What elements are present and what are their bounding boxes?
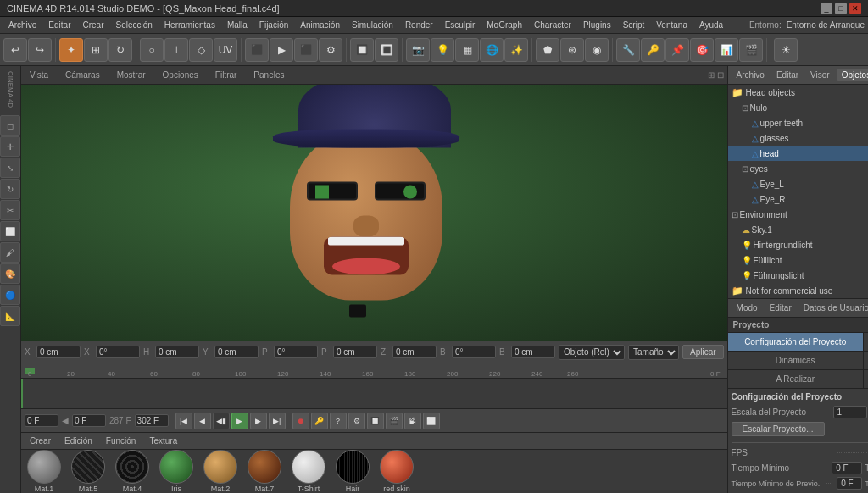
menu-render[interactable]: Render xyxy=(400,19,438,31)
menu-simulacion[interactable]: Simulación xyxy=(347,19,398,31)
snap2-button[interactable]: 🔳 xyxy=(375,38,398,62)
measure-tool[interactable]: 📐 xyxy=(0,306,20,326)
list-item-eye-l[interactable]: △ Eye_L ✓ ⚙ xyxy=(728,176,868,191)
tmin-input[interactable] xyxy=(832,462,862,474)
close-button[interactable]: ✕ xyxy=(849,3,861,14)
scale-button[interactable]: ⊞ xyxy=(84,38,108,62)
material-item-iris[interactable]: Iris xyxy=(157,450,196,493)
list-item-eye-r[interactable]: △ Eye_R ✓ ⚙ xyxy=(728,191,868,207)
list-item-eyes[interactable]: ⊡ eyes ✓ xyxy=(728,161,868,176)
mat-tab-edicion[interactable]: Edición xyxy=(59,435,97,447)
light-button[interactable]: 💡 xyxy=(431,38,454,62)
paint-tool[interactable]: 🎨 xyxy=(0,263,20,284)
next-frame-button[interactable]: ▶ xyxy=(250,413,267,429)
y-input[interactable] xyxy=(214,346,259,358)
tab-vista[interactable]: Vista xyxy=(25,69,53,81)
prev-frame-button[interactable]: ◀ xyxy=(194,413,211,429)
list-item-upper-teeth[interactable]: △ upper teeth ✓ xyxy=(728,115,868,130)
frame-start-input[interactable] xyxy=(25,414,58,427)
menu-crear[interactable]: Crear xyxy=(77,19,108,31)
props-tab-referenciar[interactable]: Referenciar xyxy=(864,352,868,369)
tab-filtrar[interactable]: Filtrar xyxy=(210,69,242,81)
timeline-key6[interactable]: ⬜ xyxy=(423,413,440,429)
frame-end-input[interactable] xyxy=(135,414,169,427)
tab-mostrar[interactable]: Mostrar xyxy=(112,69,151,81)
material-item-tshirt[interactable]: T-Shirt xyxy=(289,450,328,493)
props-tab-dinamicas[interactable]: Dinámicas xyxy=(728,352,864,369)
uvw-mode[interactable]: UV xyxy=(214,38,237,62)
magnet-tool[interactable]: 🔵 xyxy=(0,285,20,305)
material-item-redskin[interactable]: red skin xyxy=(377,450,416,493)
material-item-mat1[interactable]: Mat.1 xyxy=(25,450,64,493)
list-item-head-objects[interactable]: 📁 Head objects ✓ xyxy=(728,85,868,100)
props-tab-editar[interactable]: Editar xyxy=(765,302,797,314)
timeline-key1[interactable]: ? xyxy=(330,413,347,429)
b2-input[interactable] xyxy=(511,346,555,358)
timeline-track[interactable] xyxy=(21,379,727,408)
props-tab-modo[interactable]: Modo xyxy=(732,302,763,314)
list-item-sky[interactable]: ☁ Sky.1 ✓ xyxy=(728,222,868,237)
mat-tab-funcion[interactable]: Función xyxy=(101,435,142,447)
maximize-button[interactable]: □ xyxy=(835,3,847,14)
joint-button[interactable]: ⬟ xyxy=(536,38,559,62)
obj-tab-archivo[interactable]: Archivo xyxy=(732,69,770,81)
material-item-mat2[interactable]: Mat.2 xyxy=(201,450,240,493)
scale-tool[interactable]: ⤡ xyxy=(0,158,20,178)
timeline-key5[interactable]: 📽 xyxy=(404,413,421,429)
material-item-mat5[interactable]: Mat.5 xyxy=(69,450,108,493)
rotate-tool[interactable]: ↻ xyxy=(0,179,20,199)
camera-button[interactable]: 📷 xyxy=(406,38,430,62)
misc1-button[interactable]: 🔧 xyxy=(616,38,640,62)
go-start-button[interactable]: |◀ xyxy=(175,413,192,429)
poly-mode[interactable]: ◇ xyxy=(189,38,213,62)
render-active[interactable]: ▶ xyxy=(270,38,293,62)
misc5-button[interactable]: 📊 xyxy=(715,38,738,62)
escala-input[interactable] xyxy=(833,406,867,418)
menu-ayuda[interactable]: Ayuda xyxy=(694,19,728,31)
material-item-mat4[interactable]: Mat.4 xyxy=(113,450,152,493)
fx-button[interactable]: ✨ xyxy=(504,38,528,62)
obj-tab-visor[interactable]: Visor xyxy=(805,69,835,81)
obj-tab-objetos[interactable]: Objetos xyxy=(837,69,868,81)
z-input[interactable] xyxy=(392,346,437,358)
menu-esculpir[interactable]: Esculpir xyxy=(440,19,481,31)
knife-tool[interactable]: ✂ xyxy=(0,200,20,220)
menu-archivo[interactable]: Archivo xyxy=(3,19,42,31)
list-item-glasses[interactable]: △ glasses ✓ xyxy=(728,130,868,146)
rotate-button[interactable]: ↻ xyxy=(108,38,132,62)
render-region[interactable]: ⬛ xyxy=(245,38,269,62)
menu-script[interactable]: Script xyxy=(618,19,650,31)
redo-button[interactable]: ↪ xyxy=(28,38,52,62)
timeline-key4[interactable]: 🎬 xyxy=(386,413,403,429)
menu-herramientas[interactable]: Herramientas xyxy=(159,19,220,31)
escalar-proyecto-button[interactable]: Escalar Proyecto... xyxy=(732,422,825,436)
record-button[interactable]: ⏺ xyxy=(292,413,309,429)
obj-tab-editar[interactable]: Editar xyxy=(771,69,804,81)
menu-animacion[interactable]: Animación xyxy=(295,19,345,31)
edge-mode[interactable]: ⊥ xyxy=(164,38,188,62)
props-tab-arealizar[interactable]: A Realizar xyxy=(728,370,864,388)
mat-tab-crear[interactable]: Crear xyxy=(25,435,56,447)
size-select[interactable]: Tamaño xyxy=(628,345,679,360)
keyframe-button[interactable]: 🔑 xyxy=(311,413,328,429)
menu-seleccion[interactable]: Selección xyxy=(111,19,158,31)
list-item-fuhrungslicht[interactable]: 💡 Führungslicht ✓ xyxy=(728,268,868,283)
ik-button[interactable]: ⊛ xyxy=(560,38,584,62)
list-item-nulo[interactable]: ⊡ Nulo ✓ xyxy=(728,100,868,115)
render-settings[interactable]: ⚙ xyxy=(319,38,342,62)
select-tool[interactable]: ◻ xyxy=(0,115,20,136)
play-back-button[interactable]: ◀▮ xyxy=(213,413,230,429)
b-input[interactable] xyxy=(452,346,496,358)
tab-paneles[interactable]: Paneles xyxy=(248,69,289,81)
minimize-button[interactable]: _ xyxy=(821,3,832,14)
play-button[interactable]: ▶ xyxy=(231,413,248,429)
tprevmin-input[interactable] xyxy=(837,477,862,490)
list-item-environment[interactable]: ⊡ Environment ✓ xyxy=(728,207,868,222)
props-tab-datos[interactable]: Datos de Usuario xyxy=(798,302,868,314)
props-tab-config[interactable]: Configuración del Proyecto xyxy=(728,333,864,351)
menu-mograph[interactable]: MoGraph xyxy=(481,19,527,31)
list-item-head[interactable]: △ head ✓ xyxy=(728,146,868,161)
frame-current-input[interactable] xyxy=(72,414,106,427)
rx-input[interactable] xyxy=(96,346,140,358)
h-input[interactable] xyxy=(155,346,199,358)
